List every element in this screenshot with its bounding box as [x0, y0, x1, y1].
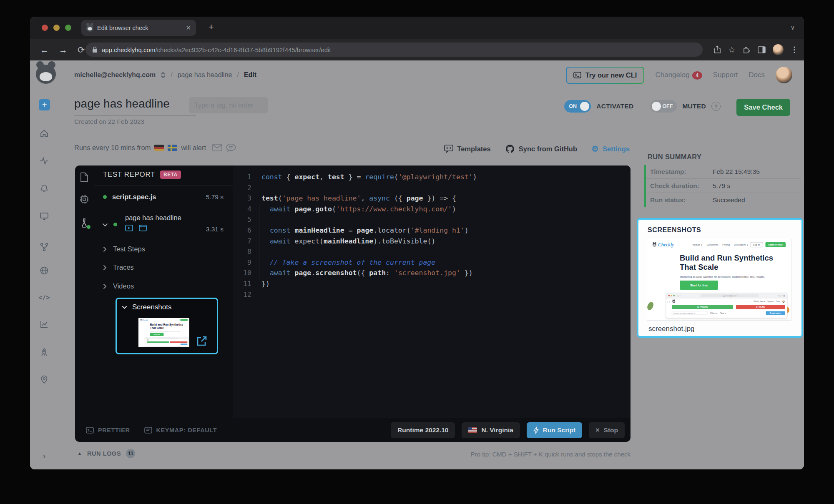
spec-status-dot [103, 195, 107, 199]
schedule-text: Runs every 10 mins from [74, 144, 151, 152]
zoom-window-button[interactable] [65, 25, 71, 31]
screenshot-filename: screenshot.jpg [648, 325, 695, 333]
chip-debug-icon[interactable] [80, 195, 89, 204]
us-flag-icon [468, 427, 477, 433]
tab-list-chevron-icon[interactable]: ∨ [791, 24, 795, 31]
tree-item-traces[interactable]: Traces [103, 263, 134, 271]
activity-icon[interactable] [40, 156, 49, 165]
git-branch-icon[interactable] [40, 242, 49, 251]
prettier-button[interactable]: PRETTIER [86, 427, 130, 434]
breadcrumb-sep2: / [237, 71, 239, 79]
browser-window: Edit browser check ✕ + ∨ ← → ⟳ app.check… [30, 17, 804, 469]
account-switcher[interactable]: michelle@checklyhq.com [74, 71, 156, 79]
rocket-icon[interactable] [40, 348, 49, 357]
lightning-icon [533, 426, 539, 434]
test-report-sidebar: TEST REPORT BETA script.spec.js 5.79 s p… [94, 165, 233, 418]
editor-footer: PRETTIER KEYMAP: DEFAULT Runtime 2022.10 [75, 419, 631, 442]
chevron-down-icon [122, 306, 127, 309]
activated-toggle[interactable]: ON [564, 100, 591, 113]
checkly-logo[interactable] [36, 65, 56, 84]
monitor-icon[interactable] [40, 211, 49, 221]
run-summary-panel: Timestamp:Feb 22 15:49:35 Check duration… [644, 165, 801, 207]
sync-github-button[interactable]: Sync from GitHub [505, 144, 577, 154]
leaf-decoration [647, 301, 654, 311]
screenshots-panel-title: SCREENSHOTS [648, 226, 701, 234]
email-alert-icon [212, 144, 222, 151]
germany-flag-icon [154, 145, 164, 151]
code-snippets-icon[interactable]: </> [38, 294, 50, 301]
back-icon[interactable]: ← [40, 45, 49, 54]
tab-close-icon[interactable]: ✕ [186, 24, 191, 32]
region-selector[interactable]: N. Virginia [462, 422, 520, 438]
try-cli-button[interactable]: Try our new CLI [566, 67, 645, 84]
templates-button[interactable]: Templates [444, 145, 490, 153]
breadcrumb-check-name[interactable]: page has headline [178, 71, 232, 79]
sidebar-expand-chevron[interactable]: › [43, 452, 45, 461]
bell-icon[interactable] [40, 184, 49, 193]
stop-x-icon: × [595, 426, 599, 434]
run-summary-row: Check duration:5.79 s [646, 178, 801, 193]
check-name-title[interactable]: page has headline [74, 97, 170, 110]
save-check-button[interactable]: Save Check [736, 99, 790, 116]
video-icon[interactable] [125, 225, 133, 231]
browser-menu-kebab-icon[interactable]: ⋮ [791, 45, 798, 54]
runtime-selector[interactable]: Runtime 2022.10 [391, 422, 455, 438]
panel-icon-strip [75, 165, 94, 442]
create-new-button[interactable]: + [39, 99, 50, 110]
title-underline [74, 115, 196, 116]
checkly-favicon [86, 25, 93, 32]
settings-button[interactable]: ⚙ Settings [591, 145, 630, 153]
prettier-terminal-icon [86, 427, 94, 434]
support-link[interactable]: Support [713, 71, 738, 79]
trace-window-icon[interactable] [139, 225, 147, 231]
docs-link[interactable]: Docs [749, 71, 765, 79]
chevron-right-icon [103, 265, 107, 271]
side-panel-icon[interactable] [758, 46, 766, 53]
breadcrumb-sep: / [171, 71, 172, 79]
code-editor[interactable]: 123456789101112 const { expect, test } =… [233, 165, 631, 418]
tree-item-screenshots-highlighted[interactable]: Screenshots Checkly Product ∨CustomersPr… [116, 298, 218, 354]
tab-title: Edit browser check [97, 25, 186, 31]
tag-input[interactable]: Type a tag, hit enter [189, 97, 268, 113]
screenshot-thumbnail-large[interactable]: Checkly Product ∨CustomersPricingDevelop… [647, 239, 791, 321]
editor-code[interactable]: const { expect, test } = require('@playw… [261, 173, 631, 301]
share-icon[interactable] [713, 45, 721, 54]
indent-guide [259, 206, 259, 280]
location-pin-icon[interactable] [40, 375, 49, 384]
chevron-right-icon [103, 283, 107, 289]
home-icon[interactable] [40, 129, 49, 138]
run-summary-row: Timestamp:Feb 22 15:49:35 [646, 165, 801, 178]
globe-icon[interactable] [40, 266, 49, 275]
keymap-button[interactable]: KEYMAP: DEFAULT [144, 427, 217, 434]
screenshot-thumbnail-small[interactable]: Checkly Product ∨CustomersPricingDevelop… [138, 318, 189, 347]
forward-icon[interactable]: → [59, 45, 68, 54]
test-report-title: TEST REPORT [103, 171, 155, 179]
account-sort-icon[interactable] [161, 71, 166, 79]
spec-file-row[interactable]: script.spec.js 5.79 s [103, 193, 224, 201]
editor-panel: TEST REPORT BETA script.spec.js 5.79 s p… [75, 165, 631, 442]
templates-icon [444, 145, 453, 153]
file-icon[interactable] [80, 172, 88, 182]
external-link-icon[interactable] [196, 336, 207, 347]
changelog-link[interactable]: Changelog4 [655, 71, 702, 80]
address-bar[interactable]: app.checklyhq.com/checks/a2ec932b-c42c-4… [85, 43, 703, 57]
close-window-button[interactable] [42, 25, 48, 31]
user-avatar[interactable] [776, 67, 792, 83]
muted-help-icon[interactable]: ? [711, 102, 721, 111]
run-logs-toggle[interactable]: ▲ RUN LOGS 11 [77, 449, 135, 458]
extensions-puzzle-icon[interactable] [743, 46, 751, 54]
tree-item-test-steps[interactable]: Test Steps [103, 245, 145, 253]
browser-profile-avatar[interactable] [773, 44, 784, 55]
bookmark-star-icon[interactable]: ☆ [728, 45, 736, 55]
tree-item-videos[interactable]: Videos [103, 282, 134, 290]
new-tab-button[interactable]: + [208, 23, 214, 32]
dashboard-chart-icon[interactable] [40, 320, 49, 329]
run-script-button[interactable]: Run Script [527, 422, 582, 438]
reload-icon[interactable]: ⟳ [78, 45, 85, 54]
browser-tab[interactable]: Edit browser check ✕ [81, 20, 196, 36]
sms-alert-icon [226, 143, 236, 152]
muted-toggle[interactable]: OFF [650, 100, 677, 113]
minimize-window-button[interactable] [53, 25, 60, 31]
changelog-badge: 4 [692, 71, 702, 80]
stop-button[interactable]: × Stop [589, 422, 625, 438]
